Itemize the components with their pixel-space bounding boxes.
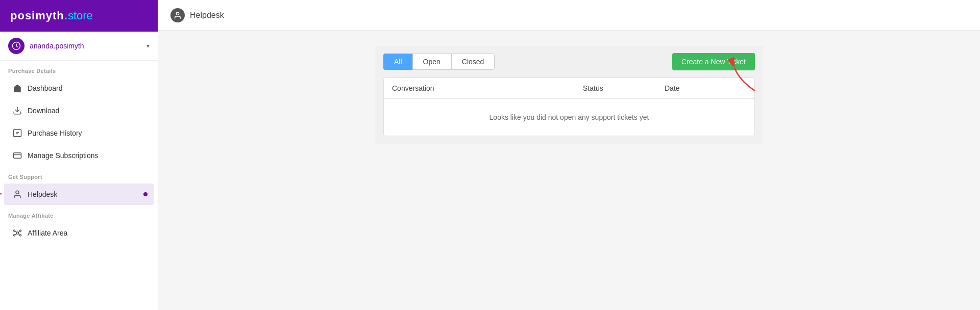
svg-point-10 bbox=[14, 230, 15, 231]
create-new-ticket-button[interactable]: Create a New Ticket bbox=[672, 53, 755, 70]
ticket-table: Conversation Status Date Looks like you … bbox=[383, 77, 755, 136]
table-header: Conversation Status Date bbox=[384, 78, 754, 99]
svg-point-18 bbox=[176, 12, 179, 15]
create-btn-container: Create a New Ticket bbox=[672, 53, 755, 70]
main-content: Helpdesk All Open Closed Create a New Ti… bbox=[158, 0, 980, 310]
col-status: Status bbox=[583, 84, 665, 92]
sidebar-item-purchase-history[interactable]: Purchase History bbox=[4, 122, 154, 144]
history-icon bbox=[12, 128, 22, 138]
user-avatar bbox=[8, 38, 24, 54]
tab-open[interactable]: Open bbox=[412, 54, 451, 70]
user-name: ananda.posimyth bbox=[30, 42, 146, 50]
ticket-toolbar: All Open Closed Create a New Ticket bbox=[375, 46, 763, 77]
logo: posimyth. store bbox=[10, 9, 93, 22]
support-icon bbox=[12, 189, 22, 199]
download-icon bbox=[12, 106, 22, 116]
ticket-panel: All Open Closed Create a New Ticket bbox=[375, 46, 763, 144]
col-conversation: Conversation bbox=[392, 84, 583, 92]
helpdesk-page-icon bbox=[170, 8, 185, 22]
sidebar: posimyth. store ananda.posimyth ▾ Purcha… bbox=[0, 0, 158, 310]
svg-point-7 bbox=[16, 191, 19, 194]
sidebar-item-affiliate-area-label: Affiliate Area bbox=[28, 229, 67, 237]
sidebar-item-affiliate-area[interactable]: Affiliate Area bbox=[4, 222, 154, 244]
chevron-down-icon: ▾ bbox=[146, 42, 150, 49]
home-icon bbox=[12, 83, 22, 93]
sidebar-item-manage-subscriptions[interactable]: Manage Subscriptions bbox=[4, 145, 154, 166]
section-label-support: Get Support bbox=[0, 167, 158, 183]
sidebar-item-dashboard[interactable]: Dashboard bbox=[4, 77, 154, 99]
section-label-purchase: Purchase Details bbox=[0, 61, 158, 77]
sidebar-item-manage-subscriptions-label: Manage Subscriptions bbox=[28, 151, 99, 160]
table-empty-message: Looks like you did not open any support … bbox=[384, 99, 754, 136]
logo-store: store bbox=[68, 9, 93, 22]
sidebar-item-download-label: Download bbox=[28, 107, 59, 115]
arrow-annotation-helpdesk bbox=[0, 187, 4, 202]
person-icon bbox=[174, 11, 182, 19]
logo-text: posimyth. bbox=[10, 9, 68, 22]
tab-closed[interactable]: Closed bbox=[451, 54, 495, 70]
user-icon bbox=[12, 41, 21, 50]
sidebar-item-helpdesk-label: Helpdesk bbox=[28, 190, 57, 198]
sidebar-item-dashboard-label: Dashboard bbox=[28, 84, 63, 92]
sidebar-header: posimyth. store bbox=[0, 0, 158, 32]
content-area: All Open Closed Create a New Ticket bbox=[158, 31, 980, 310]
svg-point-11 bbox=[20, 230, 21, 231]
top-bar: Helpdesk bbox=[158, 0, 980, 31]
col-date: Date bbox=[665, 84, 746, 92]
svg-rect-5 bbox=[14, 153, 21, 159]
tab-all[interactable]: All bbox=[383, 54, 412, 70]
svg-point-13 bbox=[20, 235, 21, 236]
section-label-affiliate: Manage Affiliate bbox=[0, 205, 158, 222]
sidebar-item-helpdesk[interactable]: Helpdesk bbox=[4, 184, 154, 205]
svg-point-12 bbox=[14, 235, 15, 236]
tab-group: All Open Closed bbox=[383, 54, 495, 70]
affiliate-icon bbox=[12, 228, 22, 238]
notification-dot bbox=[143, 192, 148, 196]
svg-rect-2 bbox=[14, 130, 21, 137]
page-title: Helpdesk bbox=[190, 11, 224, 20]
sidebar-item-purchase-history-label: Purchase History bbox=[28, 129, 82, 137]
user-section[interactable]: ananda.posimyth ▾ bbox=[0, 32, 158, 61]
subscriptions-icon bbox=[12, 150, 22, 161]
sidebar-item-download[interactable]: Download bbox=[4, 100, 154, 121]
